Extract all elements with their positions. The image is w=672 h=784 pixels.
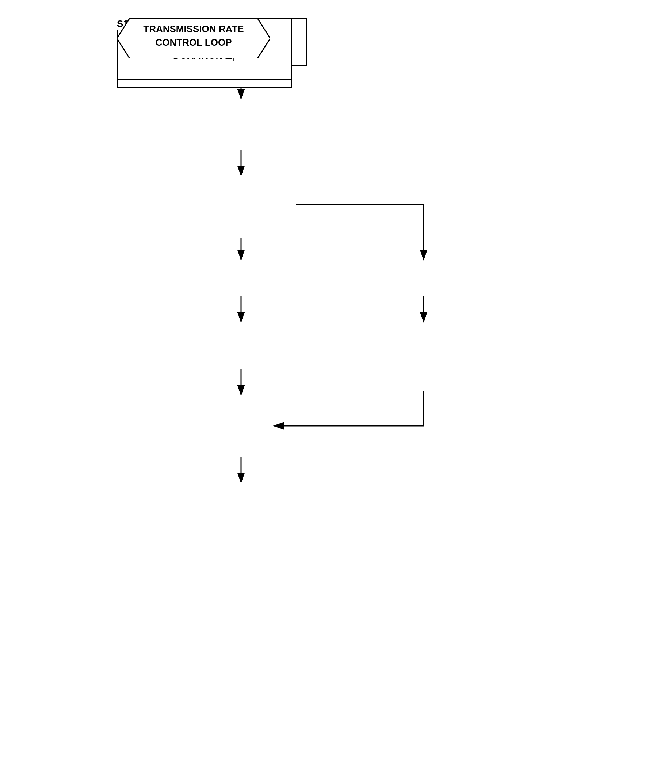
diagram-container: TRANSMISSION RATE CONTROL LOOP RECEIVE R… [0,0,672,784]
arrows-svg [117,18,555,768]
flowchart: TRANSMISSION RATE CONTROL LOOP RECEIVE R… [117,18,555,768]
end-shape: TRANSMISSION RATE CONTROL LOOP [117,18,270,59]
svg-text:CONTROL LOOP: CONTROL LOOP [155,37,232,48]
svg-text:TRANSMISSION RATE: TRANSMISSION RATE [143,23,244,34]
